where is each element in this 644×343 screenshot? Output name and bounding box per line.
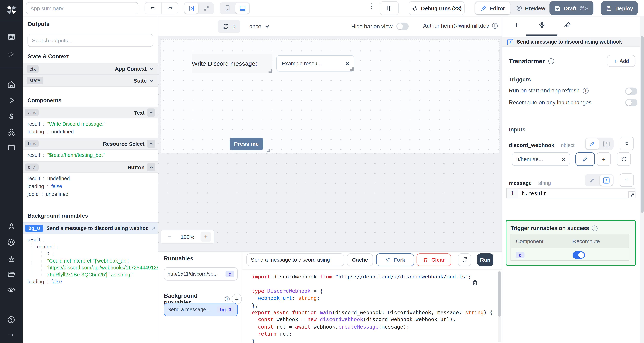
sidebar-item-favorites[interactable]: ☆ <box>0 49 23 59</box>
sidebar-item-folders[interactable] <box>0 270 23 278</box>
debug-runs-button[interactable]: Debug runs (23) <box>408 1 464 15</box>
runnable-item[interactable]: hub/1511/discord/se... c <box>164 268 238 280</box>
state-type-label: State <box>134 77 147 84</box>
info-icon[interactable]: i <box>592 225 598 231</box>
clear-resource-icon[interactable]: × <box>562 156 566 163</box>
component-header[interactable]: b☝Resource Select <box>23 138 158 150</box>
refresh-script-button[interactable] <box>458 254 471 266</box>
add-transformer-button[interactable]: +Add <box>607 55 635 67</box>
copy-code-icon[interactable] <box>472 280 478 286</box>
panel-scrollbar[interactable] <box>640 16 644 343</box>
reload-resources-button[interactable] <box>617 152 631 166</box>
resize-handle[interactable] <box>350 68 354 71</box>
runnable-item-selected[interactable]: Send a message... bg_0 <box>164 303 238 316</box>
selected-runnable-header[interactable]: f Send a message to discord using webhoo… <box>502 37 640 47</box>
refresh-count-button[interactable]: 0 <box>218 20 240 33</box>
mobile-view-button[interactable] <box>220 3 234 14</box>
deploy-button[interactable]: Deploy <box>601 1 638 15</box>
app-summary-input[interactable] <box>26 2 138 14</box>
info-icon[interactable]: i <box>492 23 498 28</box>
static-mode-button[interactable] <box>586 138 599 149</box>
docs-button[interactable] <box>380 1 399 15</box>
sidebar-item-runs[interactable] <box>0 96 23 104</box>
sidebar-item-resources[interactable] <box>0 128 23 137</box>
expand-editor-icon[interactable] <box>628 192 635 198</box>
component-group: a☝Textresult:"Write Discord message:"loa… <box>23 107 158 138</box>
sidebar-item-variables[interactable]: $ <box>0 112 23 121</box>
sidebar-item-home[interactable] <box>0 80 23 89</box>
tab-editor[interactable]: Editor <box>475 2 510 14</box>
bg-runnable-header[interactable]: bg_0 Send a message to discord using web… <box>23 222 158 234</box>
hide-bar-toggle[interactable] <box>396 23 408 30</box>
static-mode-button[interactable] <box>586 175 599 186</box>
chevron-down-icon[interactable] <box>149 78 154 83</box>
connect-input-button[interactable] <box>620 137 634 150</box>
search-outputs-input[interactable] <box>28 34 153 47</box>
zoom-in-button[interactable]: + <box>200 232 211 242</box>
code-editor[interactable]: import discordwebhook from "https://deno… <box>242 269 502 343</box>
open-arrow-icon[interactable] <box>151 226 155 230</box>
script-name-input[interactable] <box>246 254 344 266</box>
frequency-dropdown[interactable]: once <box>249 20 270 33</box>
more-menu-button[interactable]: ⋮ <box>368 4 374 8</box>
edit-resource-button[interactable] <box>576 152 595 166</box>
state-row[interactable]: state State <box>23 75 158 86</box>
component-header[interactable]: a☝Text <box>23 107 158 118</box>
eval-mode-button[interactable]: f <box>600 138 613 149</box>
run-on-start-toggle[interactable] <box>625 88 638 95</box>
tab-styling[interactable] <box>564 21 572 29</box>
sidebar-item-user[interactable] <box>0 222 23 230</box>
canvas-text-component[interactable]: Write Discord message: <box>192 54 272 73</box>
sidebar-item-settings[interactable] <box>0 238 23 246</box>
add-bg-runnable-button[interactable]: + <box>232 294 242 304</box>
collapse-button[interactable] <box>147 163 155 171</box>
expand-button[interactable] <box>199 3 213 14</box>
resource-picker-select[interactable]: u/henri/te... × <box>512 152 570 166</box>
code-scrollbar[interactable] <box>498 271 501 342</box>
center-align-button[interactable] <box>184 3 198 14</box>
collapse-button[interactable] <box>147 140 155 148</box>
press-me-button[interactable]: Press me <box>230 138 263 150</box>
fork-button[interactable]: Fork <box>376 254 414 266</box>
sidebar-item-help[interactable] <box>0 316 23 324</box>
info-icon[interactable]: i <box>548 58 554 64</box>
connect-input-button[interactable] <box>620 173 634 187</box>
desktop-view-button[interactable] <box>236 3 250 14</box>
resize-handle[interactable] <box>266 148 270 152</box>
component-id-badge: c☝ <box>25 164 38 171</box>
windmill-logo-icon[interactable] <box>0 4 23 16</box>
redo-button[interactable] <box>162 2 178 14</box>
tab-insert[interactable]: + <box>512 21 521 29</box>
code-lines[interactable]: import discordwebhook from "https://deno… <box>252 273 496 343</box>
tab-preview[interactable]: Preview <box>510 2 550 14</box>
recompute-toggle[interactable] <box>625 99 638 106</box>
create-resource-button[interactable]: + <box>597 152 611 166</box>
cache-button[interactable]: Cache <box>347 254 373 266</box>
info-icon[interactable]: i <box>583 88 588 94</box>
draft-button[interactable]: Draft ⌘S <box>550 1 594 15</box>
undo-button[interactable] <box>145 2 162 14</box>
sidebar-item-eye[interactable] <box>0 286 23 294</box>
components-title: Components <box>28 97 153 104</box>
eval-mode-button[interactable]: f <box>600 175 613 186</box>
component-header[interactable]: c☝Button <box>23 162 158 173</box>
clear-selection-icon[interactable]: × <box>346 60 349 67</box>
canvas-button-cell[interactable]: Press me <box>228 137 270 152</box>
collapse-button[interactable] <box>147 108 155 116</box>
run-button[interactable]: Run <box>477 254 493 266</box>
recompute-c-toggle[interactable] <box>572 251 585 259</box>
ctx-row[interactable]: ctx App Context <box>23 63 158 75</box>
canvas-resource-select[interactable]: Example resou... × <box>276 56 354 72</box>
chevron-down-icon[interactable] <box>149 66 154 71</box>
resize-handle[interactable] <box>269 70 272 73</box>
sidebar-item-schedules[interactable] <box>0 144 23 152</box>
tab-component-settings[interactable] <box>538 21 546 29</box>
info-icon[interactable]: i <box>225 296 230 302</box>
zoom-out-button[interactable]: − <box>164 232 174 242</box>
message-expression-editor[interactable]: 1 b.result <box>506 188 635 198</box>
app-canvas-area[interactable]: Write Discord message: Example resou... … <box>158 36 502 251</box>
clear-button[interactable]: Clear <box>416 254 451 266</box>
sidebar-item-apps[interactable] <box>0 32 23 42</box>
sidebar-collapse-icon[interactable]: → <box>0 330 23 338</box>
sidebar-item-workers[interactable] <box>0 254 23 264</box>
